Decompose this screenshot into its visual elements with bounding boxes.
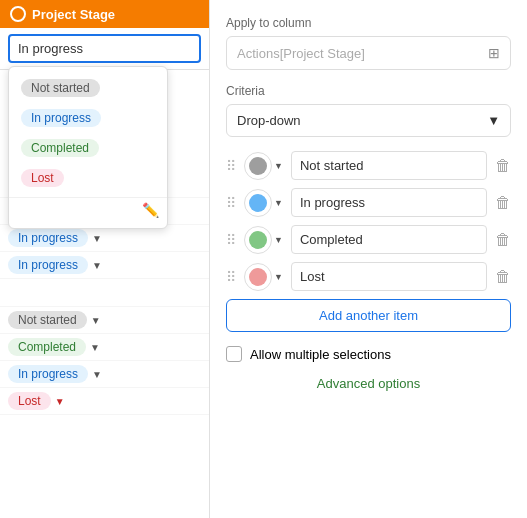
option-input-lost[interactable]: [291, 262, 487, 291]
list-item: Not started ▼: [0, 307, 209, 334]
multiple-selections-label: Allow multiple selections: [250, 347, 391, 362]
drag-handle-icon[interactable]: ⠿: [226, 232, 236, 248]
color-btn-wrap: ▼: [244, 189, 283, 217]
delete-completed-button[interactable]: 🗑: [495, 231, 511, 249]
criteria-dropdown[interactable]: Drop-down ▼: [226, 104, 511, 137]
chevron-down-icon[interactable]: ▼: [92, 233, 102, 244]
drag-handle-icon[interactable]: ⠿: [226, 195, 236, 211]
badge-completed: Completed: [21, 139, 99, 157]
left-panel: Project Stage Not started In progress Co…: [0, 0, 210, 518]
blank-row-2: [0, 279, 209, 307]
color-btn-wrap: ▼: [244, 152, 283, 180]
option-input-in-progress[interactable]: [291, 188, 487, 217]
badge[interactable]: In progress: [8, 229, 88, 247]
criteria-value: Drop-down: [237, 113, 301, 128]
drag-handle-icon[interactable]: ⠿: [226, 269, 236, 285]
color-picker-not-started[interactable]: [244, 152, 272, 180]
delete-not-started-button[interactable]: 🗑: [495, 157, 511, 175]
color-btn-wrap: ▼: [244, 226, 283, 254]
delete-lost-button[interactable]: 🗑: [495, 268, 511, 286]
badge-not-started: Not started: [21, 79, 100, 97]
right-panel: Apply to column Actions[Project Stage] ⊞…: [210, 0, 527, 518]
badge[interactable]: In progress: [8, 256, 88, 274]
advanced-options-link[interactable]: Advanced options: [226, 376, 511, 391]
chevron-down-icon[interactable]: ▼: [92, 369, 102, 380]
option-row-completed: ⠿ ▼ 🗑: [226, 225, 511, 254]
chevron-down-icon[interactable]: ▼: [55, 396, 65, 407]
chevron-down-icon[interactable]: ▼: [90, 342, 100, 353]
dropdown-overlay: Not started In progress Completed Lost ✏…: [8, 66, 168, 229]
search-wrap: [0, 28, 209, 70]
badge[interactable]: Completed: [8, 338, 86, 356]
option-row-in-progress: ⠿ ▼ 🗑: [226, 188, 511, 217]
add-another-item-button[interactable]: Add another item: [226, 299, 511, 332]
list-item: In progress ▼: [0, 252, 209, 279]
multiple-selections-row: Allow multiple selections: [226, 346, 511, 362]
chevron-down-icon[interactable]: ▼: [92, 260, 102, 271]
color-picker-completed[interactable]: [244, 226, 272, 254]
multiple-selections-checkbox[interactable]: [226, 346, 242, 362]
dropdown-edit-row: ✏️: [9, 197, 167, 222]
badge[interactable]: Lost: [8, 392, 51, 410]
chevron-down-icon[interactable]: ▼: [274, 272, 283, 282]
list-item: Completed ▼: [0, 334, 209, 361]
drag-handle-icon[interactable]: ⠿: [226, 158, 236, 174]
badge[interactable]: Not started: [8, 311, 87, 329]
delete-in-progress-button[interactable]: 🗑: [495, 194, 511, 212]
grid-icon: ⊞: [488, 45, 500, 61]
chevron-down-icon[interactable]: ▼: [274, 198, 283, 208]
option-row-lost: ⠿ ▼ 🗑: [226, 262, 511, 291]
dropdown-item-lost[interactable]: Lost: [9, 163, 167, 193]
edit-icon[interactable]: ✏️: [142, 202, 159, 218]
dropdown-item-in-progress[interactable]: In progress: [9, 103, 167, 133]
chevron-down-icon[interactable]: ▼: [274, 235, 283, 245]
option-input-completed[interactable]: [291, 225, 487, 254]
apply-column-value: Actions[Project Stage]: [237, 46, 365, 61]
column-title: Project Stage: [32, 7, 115, 22]
badge-in-progress: In progress: [21, 109, 101, 127]
option-row-not-started: ⠿ ▼ 🗑: [226, 151, 511, 180]
chevron-down-icon[interactable]: ▼: [274, 161, 283, 171]
list-item: In progress ▼: [0, 225, 209, 252]
dropdown-item-completed[interactable]: Completed: [9, 133, 167, 163]
circle-icon: [10, 6, 26, 22]
list-item: Lost ▼: [0, 388, 209, 415]
color-picker-lost[interactable]: [244, 263, 272, 291]
criteria-label: Criteria: [226, 84, 511, 98]
color-btn-wrap: ▼: [244, 263, 283, 291]
option-input-not-started[interactable]: [291, 151, 487, 180]
list-item: In progress ▼: [0, 361, 209, 388]
color-picker-in-progress[interactable]: [244, 189, 272, 217]
apply-column-input[interactable]: Actions[Project Stage] ⊞: [226, 36, 511, 70]
dropdown-item-not-started[interactable]: Not started: [9, 73, 167, 103]
column-header: Project Stage: [0, 0, 209, 28]
badge[interactable]: In progress: [8, 365, 88, 383]
search-input[interactable]: [8, 34, 201, 63]
apply-column-label: Apply to column: [226, 16, 511, 30]
chevron-down-icon[interactable]: ▼: [91, 315, 101, 326]
badge-lost: Lost: [21, 169, 64, 187]
chevron-down-icon: ▼: [487, 113, 500, 128]
